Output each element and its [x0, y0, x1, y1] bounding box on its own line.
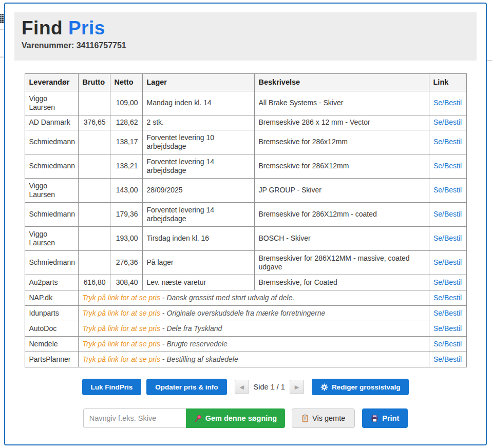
search-name-input[interactable]	[83, 408, 186, 428]
cell-promo: Tryk på link for at se pris - Dansk gros…	[78, 290, 429, 306]
se-bestil-link[interactable]: Se/Bestil	[433, 138, 462, 146]
table-row-promo: PartsPlanner Tryk på link for at se pris…	[25, 352, 466, 367]
se-bestil-link[interactable]: Se/Bestil	[433, 294, 462, 302]
title-main: Find	[22, 17, 63, 38]
print-label: Print	[382, 414, 399, 422]
cell-brutto	[78, 203, 110, 227]
dialog-header: Find Pris Varenummer: 34116757751	[14, 12, 477, 61]
col-lager: Lager	[142, 74, 254, 91]
cell-brutto	[78, 179, 110, 203]
show-saved-label: Vis gemte	[312, 414, 345, 422]
prev-page-button[interactable]: ◀	[235, 380, 249, 394]
table-row: Viggo Laursen 193,00 Tirsdag inden kl. 1…	[25, 227, 466, 251]
table-header-row: Leverandør Brutto Netto Lager Beskrivels…	[25, 74, 466, 91]
cell-lager: 28/09/2025	[142, 179, 254, 203]
promo-description: - Bestilling af skadedele	[160, 355, 238, 363]
cell-lager: Forventet levering 14 arbejdsdage	[142, 203, 254, 227]
cell-leverandor: Au2parts	[25, 275, 78, 290]
cell-netto: 193,00	[110, 227, 142, 251]
cell-beskrivelse: Bremseskive 286 x 12 mm - Vector	[254, 115, 429, 130]
next-page-button[interactable]: ▶	[290, 380, 304, 394]
cell-leverandor: NAP.dk	[25, 290, 78, 306]
edit-wholesaler-button[interactable]: Rediger grossistvalg	[312, 379, 409, 395]
promo-link-text: Tryk på link for at se pris	[83, 324, 160, 333]
cell-lager: Forventet levering 10 arbejdsdage	[142, 130, 254, 154]
cell-beskrivelse: Bremseskive for 286X12mm - coated	[254, 203, 429, 227]
se-bestil-link[interactable]: Se/Bestil	[433, 186, 462, 194]
update-price-button[interactable]: Opdater pris & info	[146, 379, 226, 395]
chevron-left-icon: ◀	[239, 384, 243, 391]
findpris-dialog: Find Pris Varenummer: 34116757751 Levera…	[4, 3, 487, 445]
toolbar: Luk FindPris Opdater pris & info ◀ Side …	[5, 379, 486, 395]
se-bestil-link[interactable]: Se/Bestil	[433, 324, 462, 333]
cell-leverandor: AutoDoc	[25, 321, 78, 337]
se-bestil-link[interactable]: Se/Bestil	[433, 278, 462, 286]
cell-brutto	[78, 227, 110, 251]
background-fragment	[487, 60, 492, 61]
save-search-group: Gem denne søgning	[83, 408, 285, 428]
cell-leverandor: AD Danmark	[25, 115, 78, 130]
promo-link-text: Tryk på link for at se pris	[83, 340, 160, 348]
table-row: Viggo Laursen 109,00 Mandag inden kl. 14…	[25, 91, 466, 115]
pushpin-icon	[194, 415, 202, 422]
se-bestil-link[interactable]: Se/Bestil	[433, 355, 462, 363]
cell-brutto	[78, 154, 110, 179]
promo-link-text: Tryk på link for at se pris	[83, 355, 160, 363]
cell-beskrivelse: Bremseskive, for Coated	[254, 275, 429, 290]
varenummer-value: 34116757751	[77, 41, 126, 50]
cell-brutto: 616,80	[78, 275, 110, 290]
chevron-right-icon: ▶	[295, 384, 299, 391]
table-row: AD Danmark 376,65 128,62 2 stk. Bremsesk…	[25, 115, 466, 130]
table-row: Schmiedmann 276,36 På lager Bremseskiver…	[25, 251, 466, 275]
print-button[interactable]: Print	[362, 408, 408, 428]
se-bestil-link[interactable]: Se/Bestil	[433, 162, 462, 170]
cell-lager: Mandag inden kl. 14	[142, 91, 254, 115]
show-saved-button[interactable]: Vis gemte	[292, 408, 355, 428]
cell-netto: 276,36	[110, 251, 142, 275]
cell-netto: 138,21	[110, 154, 142, 179]
table-row: Viggo Laursen 143,00 28/09/2025 JP GROUP…	[25, 179, 466, 203]
cell-netto: 109,00	[110, 91, 142, 115]
price-table: Leverandør Brutto Netto Lager Beskrivels…	[25, 73, 467, 367]
cell-promo: Tryk på link for at se pris - Originale …	[78, 306, 429, 321]
cell-lager: Lev. næste varetur	[142, 275, 254, 290]
cell-brutto	[78, 130, 110, 154]
se-bestil-link[interactable]: Se/Bestil	[433, 234, 462, 242]
gear-icon	[320, 383, 328, 391]
cell-brutto: 376,65	[78, 115, 110, 130]
background-fragment	[0, 29, 4, 30]
save-search-label: Gem denne søgning	[205, 414, 277, 422]
promo-link-text: Tryk på link for at se pris	[83, 309, 160, 317]
varenummer-label: Varenummer:	[22, 41, 74, 50]
cell-leverandor: Schmiedmann	[25, 154, 78, 179]
cell-leverandor: Viggo Laursen	[25, 179, 78, 203]
varenummer: Varenummer: 34116757751	[22, 41, 469, 50]
col-beskrivelse: Beskrivelse	[254, 74, 429, 91]
pager: ◀ Side 1 / 1 ▶	[235, 380, 304, 394]
cell-netto: 143,00	[110, 179, 142, 203]
se-bestil-link[interactable]: Se/Bestil	[433, 99, 462, 107]
cell-leverandor: PartsPlanner	[25, 352, 78, 367]
save-search-bar: Gem denne søgning Vis gemte	[5, 408, 486, 428]
col-leverandor: Leverandør	[25, 74, 78, 91]
cell-promo: Tryk på link for at se pris - Bestilling…	[78, 352, 429, 367]
col-brutto: Brutto	[78, 74, 110, 91]
se-bestil-link[interactable]: Se/Bestil	[433, 118, 462, 126]
save-search-button[interactable]: Gem denne søgning	[186, 408, 285, 428]
cell-beskrivelse: Bremseskive for 286x12mm	[254, 130, 429, 154]
cell-brutto	[78, 251, 110, 275]
cell-lager: 2 stk.	[142, 115, 254, 130]
se-bestil-link[interactable]: Se/Bestil	[433, 340, 462, 348]
cell-beskrivelse: All Brake Systems - Skiver	[254, 91, 429, 115]
cell-leverandor: Schmiedmann	[25, 251, 78, 275]
se-bestil-link[interactable]: Se/Bestil	[433, 258, 462, 266]
title-accent: Pris	[68, 17, 105, 38]
se-bestil-link[interactable]: Se/Bestil	[433, 210, 462, 218]
cell-netto: 128,62	[110, 115, 142, 130]
promo-description: - Originale overskudsdele fra mærke forr…	[160, 309, 325, 317]
edit-wholesaler-label: Rediger grossistvalg	[332, 383, 401, 391]
se-bestil-link[interactable]: Se/Bestil	[433, 309, 462, 317]
close-findpris-button[interactable]: Luk FindPris	[82, 379, 142, 395]
table-row: Schmiedmann 138,17 Forventet levering 10…	[25, 130, 466, 154]
background-fragment	[0, 56, 4, 58]
